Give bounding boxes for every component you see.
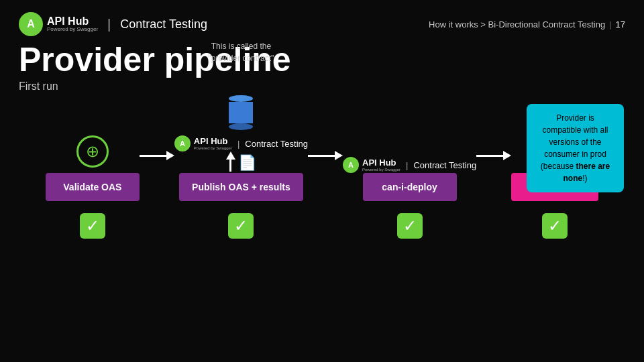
validate-check-area: ✓ — [80, 213, 105, 239]
mini-circle-canideploy: A — [343, 157, 359, 173]
arrow-1-line — [140, 155, 166, 157]
mini-name-canideploy: API Hub — [362, 158, 400, 168]
logo-circle: A — [19, 12, 43, 36]
logo-name: API Hub — [47, 15, 98, 27]
mini-logo-publish: A API Hub Powered by Swagger | Contract … — [174, 135, 308, 152]
step-validate-upper: ⊕ — [76, 99, 109, 173]
mini-ct-canideploy: Contract Testing — [413, 160, 476, 170]
mini-sub-publish: Powered by Swagger — [194, 146, 232, 151]
mini-logo-canideploy: A API Hub Powered by Swagger | Contract … — [343, 157, 476, 173]
callout-line1: This is called the — [211, 42, 271, 51]
mini-name-publish: API Hub — [194, 137, 232, 146]
header-contract-testing: Contract Testing — [120, 17, 207, 32]
publish-check-area: ✓ — [228, 213, 254, 239]
header-divider-icon: | — [107, 17, 111, 32]
header-right: How it works > Bi-Directional Contract T… — [429, 19, 625, 29]
mini-ct-publish: Contract Testing — [245, 139, 308, 149]
arrow-2-head — [335, 151, 343, 160]
deploy-check-area: ✓ — [542, 213, 568, 239]
canideploy-check: ✓ — [397, 213, 423, 239]
callout-line2: "provider contract" — [208, 54, 274, 63]
canideploy-box: can-i-deploy — [363, 173, 457, 201]
arrow-3-line — [476, 155, 503, 157]
arrow-2-line — [308, 155, 335, 157]
publish-check: ✓ — [228, 213, 254, 239]
cyl-top — [229, 95, 253, 102]
mini-divider-publish: | — [237, 139, 239, 149]
up-arrow-head — [226, 152, 235, 160]
doc-icon: 📄 — [238, 154, 256, 172]
mini-circle-publish: A — [174, 135, 191, 152]
up-arrow — [226, 152, 235, 172]
mini-text-canideploy: API Hub Powered by Swagger — [362, 158, 400, 172]
page-number: 17 — [616, 19, 625, 29]
header-left: A API Hub Powered by Swagger | Contract … — [19, 12, 207, 36]
canideploy-check-area: ✓ — [397, 213, 423, 239]
arrow-1 — [140, 151, 174, 160]
logo-text: API Hub Powered by Swagger — [47, 15, 98, 33]
cylinder-icon — [229, 95, 253, 130]
up-arrow-line — [229, 160, 231, 172]
mini-text-publish: API Hub Powered by Swagger — [194, 137, 232, 151]
sub-title: First run — [0, 78, 644, 93]
deploy-check: ✓ — [542, 213, 568, 239]
api-hub-logo: A API Hub Powered by Swagger — [19, 12, 98, 36]
provider-contract-callout: This is called the "provider contract" — [208, 40, 274, 64]
oas-icon: ⊕ — [76, 135, 109, 168]
mini-sub-canideploy: Powered by Swagger — [362, 168, 400, 172]
arrow-1-head — [166, 151, 174, 160]
publish-box: Publish OAS + results — [179, 173, 303, 201]
tooltip-bubble: Provider is compatible with all versions… — [527, 104, 624, 192]
header-pipe-icon: | — [609, 19, 611, 29]
arrow-3-head — [503, 151, 511, 160]
validate-box: Validate OAS — [46, 173, 140, 201]
mini-divider-canideploy: | — [406, 160, 408, 170]
logo-sub: Powered by Swagger — [47, 27, 98, 33]
publish-logos: A API Hub Powered by Swagger | Contract … — [174, 135, 308, 173]
step-canideploy: A API Hub Powered by Swagger | Contract … — [343, 99, 476, 239]
step-canideploy-upper: A API Hub Powered by Swagger | Contract … — [343, 99, 476, 173]
cyl-body — [229, 102, 253, 123]
tooltip-bold: there are none — [563, 162, 610, 183]
header: A API Hub Powered by Swagger | Contract … — [0, 0, 644, 36]
breadcrumb: How it works > Bi-Directional Contract T… — [429, 19, 605, 29]
upload-indicator: 📄 — [226, 152, 256, 173]
validate-check: ✓ — [80, 213, 105, 239]
step-validate: ⊕ Validate OAS ✓ — [46, 99, 140, 239]
step-publish-upper: A API Hub Powered by Swagger | Contract … — [174, 99, 308, 173]
arrow-3 — [476, 151, 511, 160]
cyl-bottom — [229, 123, 253, 130]
pipeline-steps: ⊕ Validate OAS ✓ This is called the "pro… — [46, 99, 598, 239]
arrow-2 — [308, 151, 343, 160]
step-publish: This is called the "provider contract" A… — [174, 99, 308, 239]
main-title: Provider pipeline — [0, 36, 644, 78]
